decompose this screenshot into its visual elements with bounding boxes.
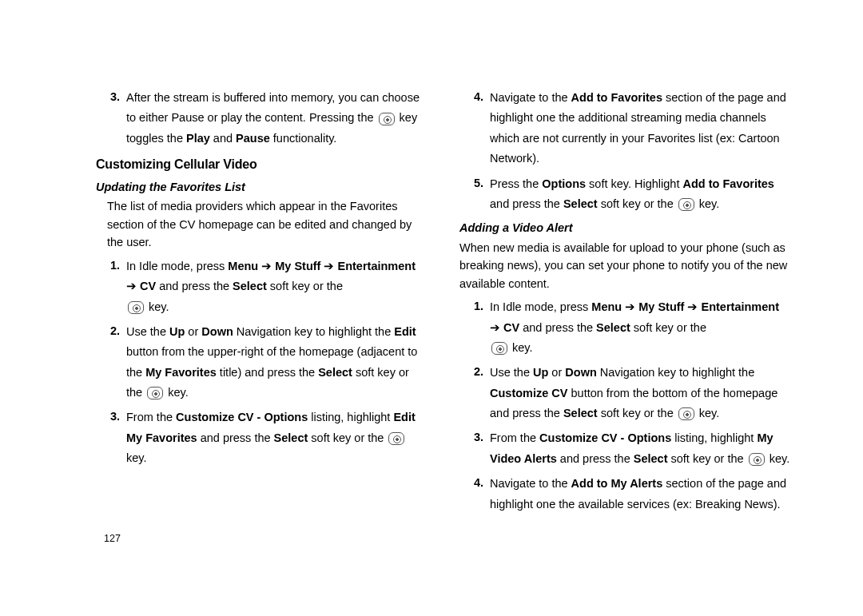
list-item: 1. In Idle mode, press Menu ➔ My Stuff ➔…: [459, 297, 791, 358]
top-list-left: 3. After the stream is buffered into mem…: [96, 88, 428, 149]
steps-list-2: 1. In Idle mode, press Menu ➔ My Stuff ➔…: [459, 297, 791, 515]
item-body: Use the Up or Down Navigation key to hig…: [490, 363, 791, 423]
item-body: From the Customize CV - Options listing,…: [490, 428, 791, 469]
right-column: 4. Navigate to the Add to Favorites sect…: [459, 88, 791, 584]
item-number: 1.: [96, 256, 126, 317]
section-heading: Customizing Cellular Video: [96, 155, 428, 175]
ok-key-icon: [379, 113, 395, 125]
ok-key-icon: [147, 387, 163, 399]
item-number: 2.: [459, 363, 490, 423]
item-number: 2.: [96, 322, 126, 403]
intro-paragraph: When new media is available for upload t…: [459, 239, 791, 292]
item-number: 4.: [459, 474, 490, 515]
ok-key-icon: [491, 342, 507, 355]
item-body: Navigate to the Add to Favorites section…: [490, 88, 791, 169]
item-number: 3.: [96, 407, 126, 468]
ok-key-icon: [678, 407, 694, 420]
list-item: 1. In Idle mode, press Menu ➔ My Stuff ➔…: [96, 256, 428, 317]
list-item: 4. Navigate to the Add to Favorites sect…: [459, 88, 791, 169]
list-item: 5. Press the Options soft key. Highlight…: [459, 174, 791, 215]
list-item: 2. Use the Up or Down Navigation key to …: [96, 322, 428, 403]
ok-key-icon: [388, 432, 404, 445]
item-body: Navigate to the Add to My Alerts section…: [490, 474, 791, 515]
list-item: 4. Navigate to the Add to My Alerts sect…: [459, 474, 791, 515]
list-item: 3. After the stream is buffered into mem…: [96, 88, 428, 149]
item-number: 1.: [459, 297, 490, 358]
item-number: 3.: [459, 428, 490, 469]
list-item: 2. Use the Up or Down Navigation key to …: [459, 363, 791, 423]
item-body: Use the Up or Down Navigation key to hig…: [126, 322, 428, 403]
page-number: 127: [104, 533, 121, 544]
item-body: From the Customize CV - Options listing,…: [126, 407, 428, 468]
sub-heading: Updating the Favorites List: [96, 178, 428, 196]
page-content: 3. After the stream is buffered into mem…: [0, 0, 863, 616]
sub-heading: Adding a Video Alert: [459, 219, 791, 236]
item-body: After the stream is buffered into memory…: [126, 88, 428, 149]
intro-paragraph: The list of media providers which appear…: [107, 197, 428, 251]
item-number: 3.: [96, 88, 126, 149]
steps-list-top-right: 4. Navigate to the Add to Favorites sect…: [459, 88, 791, 214]
ok-key-icon: [128, 301, 144, 314]
item-body: In Idle mode, press Menu ➔ My Stuff ➔ En…: [126, 256, 428, 317]
ok-key-icon: [749, 453, 765, 466]
item-number: 5.: [459, 174, 490, 215]
item-body: Press the Options soft key. Highlight Ad…: [490, 174, 791, 215]
item-body: In Idle mode, press Menu ➔ My Stuff ➔ En…: [490, 297, 791, 358]
steps-list-1: 1. In Idle mode, press Menu ➔ My Stuff ➔…: [96, 256, 428, 469]
ok-key-icon: [678, 198, 694, 211]
left-column: 3. After the stream is buffered into mem…: [96, 88, 428, 584]
list-item: 3. From the Customize CV - Options listi…: [96, 407, 428, 468]
list-item: 3. From the Customize CV - Options listi…: [459, 428, 791, 469]
item-number: 4.: [459, 88, 490, 169]
